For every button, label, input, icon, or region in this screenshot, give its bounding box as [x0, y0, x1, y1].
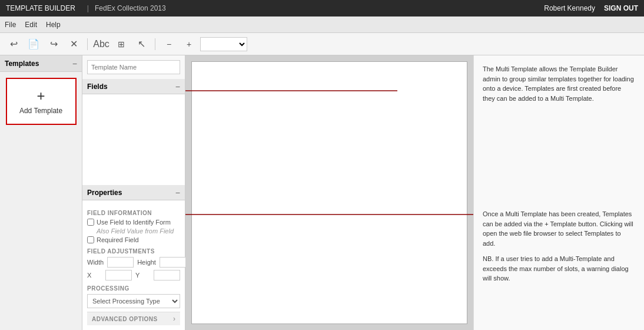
menu-help[interactable]: Help: [46, 21, 61, 29]
tool-zoom-out[interactable]: −: [160, 36, 178, 52]
properties-collapse-button[interactable]: −: [175, 188, 180, 197]
sign-out-button[interactable]: SIGN OUT: [604, 4, 638, 12]
fields-title: Fields: [87, 82, 108, 91]
tool-export[interactable]: ↪: [45, 36, 62, 52]
properties-title: Properties: [87, 189, 122, 197]
required-field-row: Required Field: [87, 236, 180, 243]
tool-text[interactable]: Abc: [92, 36, 110, 52]
menu-edit[interactable]: Edit: [25, 21, 37, 29]
x-input[interactable]: [105, 270, 132, 280]
height-label: Height: [137, 259, 156, 266]
x-label: X: [87, 272, 102, 279]
advanced-options-label: ADVANCED OPTIONS: [92, 316, 158, 322]
toolbar-separator-2: [155, 38, 155, 50]
use-field-row: Use Field to Identify Form: [87, 219, 180, 226]
height-input[interactable]: [160, 257, 186, 268]
annotation-top-text: The Multi Template allows the Template B…: [483, 64, 635, 103]
toolbar-separator-1: [87, 38, 88, 50]
tool-grid[interactable]: ⊞: [112, 36, 130, 52]
tool-select[interactable]: ↖: [132, 36, 150, 52]
annotation-bottom: Once a Multi Template has been created, …: [483, 209, 635, 283]
also-field-label: Also Field Value from Field: [97, 227, 174, 235]
canvas-inner: [191, 61, 467, 324]
main-content: Templates − + Add Template Fields − Prop…: [0, 55, 644, 330]
required-field-label: Required Field: [97, 236, 139, 243]
toolbar: ↩ 📄 ↪ ✕ Abc ⊞ ↖ − + 50% 100% 150% 200%: [0, 33, 644, 55]
advanced-options-row[interactable]: ADVANCED OPTIONS ›: [87, 312, 180, 325]
fields-section-header: Fields −: [82, 79, 185, 94]
annotation-bottom-p2: NB. If a user tries to add a Multi-Templ…: [483, 254, 635, 283]
tool-delete[interactable]: ✕: [65, 36, 82, 52]
width-height-row: Width Height: [87, 257, 180, 268]
properties-section-header: Properties −: [82, 185, 185, 200]
app-header: TEMPLATE BUILDER | FedEx Collection 2013…: [0, 0, 644, 16]
brand-template: TEMPLATE: [6, 4, 42, 12]
sidebar-header: Templates −: [0, 55, 82, 72]
tool-import[interactable]: ↩: [5, 36, 22, 52]
properties-section: Properties − FIELD INFORMATION Use Field…: [82, 185, 185, 330]
advanced-options-arrow: ›: [173, 315, 175, 323]
field-info-label: FIELD INFORMATION: [87, 210, 180, 216]
sidebar-collapse-button[interactable]: −: [72, 59, 77, 68]
properties-content: FIELD INFORMATION Use Field to Identify …: [82, 200, 185, 330]
y-label: Y: [135, 272, 150, 279]
collection-name: FedEx Collection 2013: [95, 4, 544, 12]
required-field-checkbox[interactable]: [87, 236, 94, 243]
fields-collapse-button[interactable]: −: [175, 82, 180, 91]
use-field-label: Use Field to Identify Form: [97, 219, 171, 226]
template-name-input[interactable]: [87, 60, 180, 74]
add-template-button[interactable]: + Add Template: [6, 78, 77, 125]
menu-file[interactable]: File: [5, 21, 16, 29]
menu-bar: File Edit Help: [0, 16, 644, 33]
add-template-wrapper: + Add Template: [0, 72, 82, 131]
app-brand: TEMPLATE BUILDER: [6, 4, 75, 12]
fields-area: [82, 94, 185, 185]
y-input[interactable]: [154, 270, 180, 280]
width-input[interactable]: [107, 257, 134, 268]
add-template-label: Add Template: [19, 107, 62, 115]
sidebar-title: Templates: [5, 60, 39, 68]
annotation-area: The Multi Template allows the Template B…: [473, 55, 644, 330]
processing-label: PROCESSING: [87, 285, 180, 292]
tool-zoom-in[interactable]: +: [180, 36, 198, 52]
annotation-top: The Multi Template allows the Template B…: [483, 64, 635, 103]
width-label: Width: [87, 259, 104, 266]
processing-type-select[interactable]: Select Processing Type: [87, 294, 180, 308]
annotation-bottom-p1: Once a Multi Template has been created, …: [483, 209, 635, 248]
user-name: Robert Kennedy: [544, 4, 595, 12]
center-panel: Fields − Properties − FIELD INFORMATION …: [82, 55, 185, 330]
canvas-area: [185, 55, 473, 330]
add-template-plus-icon: +: [36, 88, 45, 104]
templates-sidebar: Templates − + Add Template: [0, 55, 82, 330]
use-field-checkbox[interactable]: [87, 219, 94, 226]
zoom-select[interactable]: 50% 100% 150% 200%: [200, 37, 247, 51]
field-adjustments-label: FIELD ADJUSTMENTS: [87, 248, 180, 255]
xy-row: X Y: [87, 270, 180, 280]
brand-builder: BUILDER: [42, 4, 75, 12]
tool-new[interactable]: 📄: [25, 36, 42, 52]
also-field-row: Also Field Value from Field: [97, 227, 180, 235]
